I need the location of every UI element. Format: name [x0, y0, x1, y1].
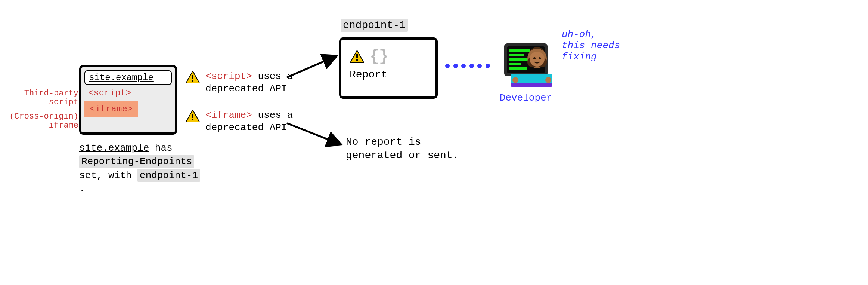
developer-label: Developer	[492, 92, 559, 104]
dotted-connector	[445, 64, 490, 68]
svg-rect-4	[192, 114, 193, 118]
svg-point-24	[545, 77, 551, 83]
svg-point-20	[539, 57, 541, 59]
warning-code-tag: <script>	[205, 71, 252, 82]
warning-text: <script> uses a deprecated API	[205, 70, 342, 95]
browser-script-tag: <script>	[84, 87, 135, 99]
annotation-cross-origin-iframe: (Cross-origin) iframe	[4, 112, 78, 130]
svg-rect-14	[509, 63, 521, 65]
warning-text: <iframe> uses a deprecated API	[205, 109, 342, 134]
caption-period: .	[79, 183, 85, 194]
svg-point-19	[533, 57, 536, 59]
report-label: Report	[350, 69, 427, 80]
caption-endpoint-name: endpoint-1	[137, 169, 200, 182]
endpoint-box: {} Report	[339, 37, 438, 99]
browser-address-bar: site.example	[84, 70, 172, 85]
svg-rect-7	[356, 54, 358, 58]
svg-point-23	[512, 77, 518, 83]
annotation-third-party-script: Third-party script	[4, 89, 78, 107]
developer-figure: Developer	[492, 36, 559, 104]
browser-iframe-tag: <iframe>	[84, 101, 138, 117]
diagram-stage: Third-party script (Cross-origin) iframe…	[0, 0, 868, 285]
warning-icon	[185, 109, 200, 123]
svg-point-18	[530, 52, 545, 67]
warning-icon	[185, 70, 200, 84]
warning-icon	[350, 50, 365, 63]
no-report-message: No report is generated or sent.	[346, 135, 473, 163]
caption-header-name: Reporting-Endpoints	[79, 155, 194, 168]
warning-script-deprecated: <script> uses a deprecated API	[185, 70, 342, 95]
svg-rect-15	[509, 67, 527, 70]
warning-iframe-deprecated: <iframe> uses a deprecated API	[185, 109, 342, 134]
svg-rect-22	[511, 83, 552, 87]
warning-code-tag: <iframe>	[205, 110, 252, 121]
browser-window: site.example <script> <iframe>	[79, 65, 177, 135]
browser-caption: site.example has Reporting-Endpoints set…	[79, 141, 206, 196]
svg-rect-11	[509, 49, 530, 52]
svg-rect-5	[192, 119, 193, 120]
developer-thought: uh-oh, this needs fixing	[562, 29, 625, 63]
svg-rect-1	[192, 75, 193, 79]
svg-rect-12	[509, 54, 524, 56]
caption-set-with: set, with	[79, 170, 137, 181]
endpoint-label: endpoint-1	[341, 19, 408, 31]
svg-rect-8	[356, 59, 358, 61]
caption-site: site.example	[79, 142, 149, 154]
braces-icon: {}	[370, 47, 388, 66]
endpoint-label-text: endpoint-1	[341, 19, 408, 32]
caption-has: has	[149, 142, 172, 154]
developer-avatar-icon	[496, 36, 556, 88]
svg-rect-2	[192, 80, 193, 82]
